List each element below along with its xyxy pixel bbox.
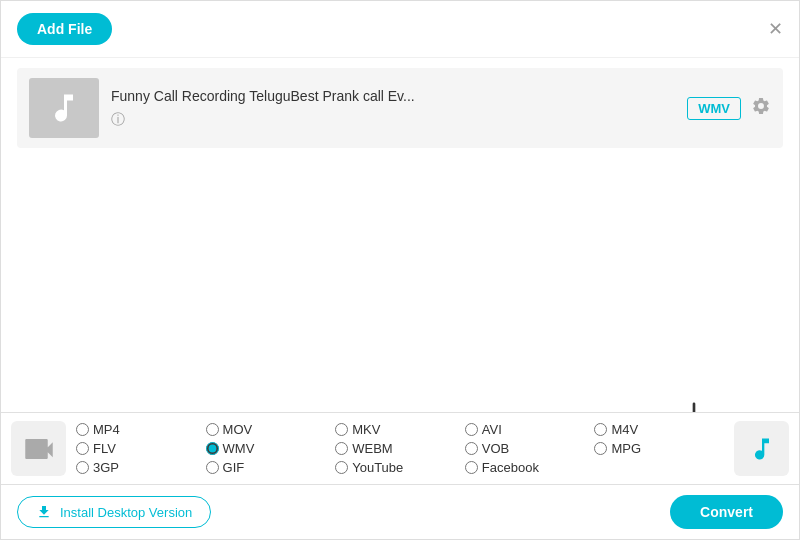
- format-option-mkv[interactable]: MKV: [335, 422, 465, 437]
- format-option-flv[interactable]: FLV: [76, 441, 206, 456]
- format-option-webm[interactable]: WEBM: [335, 441, 465, 456]
- file-name: Funny Call Recording TeluguBest Prank ca…: [111, 88, 511, 104]
- file-list: Funny Call Recording TeluguBest Prank ca…: [1, 58, 799, 158]
- audio-icon: [748, 435, 776, 463]
- gear-icon: [751, 96, 771, 116]
- video-icon: [24, 434, 54, 464]
- file-info: Funny Call Recording TeluguBest Prank ca…: [111, 88, 675, 129]
- format-option-vob[interactable]: VOB: [465, 441, 595, 456]
- footer: Install Desktop Version Convert: [1, 484, 799, 539]
- format-option-mp4[interactable]: MP4: [76, 422, 206, 437]
- video-format-icon-box: [11, 421, 66, 476]
- file-thumbnail: [29, 78, 99, 138]
- header: Add File ✕: [1, 1, 799, 58]
- format-option-avi[interactable]: AVI: [465, 422, 595, 437]
- format-option-gif[interactable]: GIF: [206, 460, 336, 475]
- install-desktop-button[interactable]: Install Desktop Version: [17, 496, 211, 528]
- format-picker: MP4 MOV MKV AVI M4V FLV WMV WEBM: [1, 413, 799, 484]
- format-section: MP4 MOV MKV AVI M4V FLV WMV WEBM: [1, 412, 799, 484]
- format-option-facebook[interactable]: Facebook: [465, 460, 595, 475]
- format-option-wmv[interactable]: WMV: [206, 441, 336, 456]
- add-file-button[interactable]: Add File: [17, 13, 112, 45]
- install-label: Install Desktop Version: [60, 505, 192, 520]
- file-item: Funny Call Recording TeluguBest Prank ca…: [17, 68, 783, 148]
- format-option-youtube[interactable]: YouTube: [335, 460, 465, 475]
- close-button[interactable]: ✕: [768, 20, 783, 38]
- file-actions: WMV: [687, 96, 771, 121]
- format-option-3gp[interactable]: 3GP: [76, 460, 206, 475]
- format-option-mov[interactable]: MOV: [206, 422, 336, 437]
- settings-button[interactable]: [751, 96, 771, 121]
- format-grid: MP4 MOV MKV AVI M4V FLV WMV WEBM: [76, 422, 724, 475]
- format-badge: WMV: [687, 97, 741, 120]
- format-option-m4v[interactable]: M4V: [594, 422, 724, 437]
- convert-button[interactable]: Convert: [670, 495, 783, 529]
- main-content: [1, 158, 799, 378]
- download-icon: [36, 504, 52, 520]
- music-icon: [46, 90, 82, 126]
- audio-format-icon-box: [734, 421, 789, 476]
- format-option-mpg[interactable]: MPG: [594, 441, 724, 456]
- info-icon[interactable]: ⓘ: [111, 111, 125, 127]
